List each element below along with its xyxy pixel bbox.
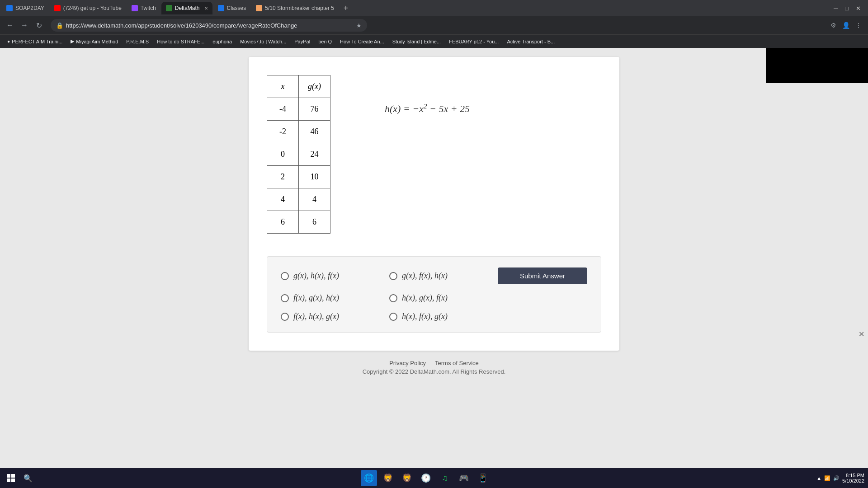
taskbar-app-app2[interactable]: 📱 [475,470,491,486]
terms-of-service-link[interactable]: Terms of Service [435,360,479,366]
taskbar-app-spotify[interactable]: ♫ [437,470,453,486]
tab-favicon-youtube [54,5,61,11]
extensions-icon[interactable]: ⚙ [827,19,839,31]
bookmark-strafe[interactable]: How to do STRAFE... [153,38,208,45]
radio-option-3[interactable] [281,294,289,302]
tab-label-twitch: Twitch [141,5,156,11]
table-cell-x-0: -4 [267,98,299,121]
radio-option-5[interactable] [281,313,289,321]
tab-label-classes: Classes [227,5,246,11]
table-cell-gx-2: 24 [299,143,330,166]
option-6[interactable]: h(x), f(x), g(x) [389,312,489,321]
bookmark-soap2day[interactable]: ● PERFECT AIM Traini... [4,38,66,45]
option-6-label: h(x), f(x), g(x) [402,312,448,321]
bookmark-label-strafe: How to do STRAFE... [157,39,204,44]
tab-deltamath[interactable]: DeltaMath ✕ [161,2,212,14]
bookmark-benq[interactable]: ben Q [315,38,335,45]
tab-label-youtube: (7249) get up - YouTube [63,5,122,11]
taskbar-time: 8:15 PM 5/10/2022 [842,473,864,483]
bookmark-label-february: FEBUARY pt.2 - You... [449,39,499,44]
tab-soap2day[interactable]: SOAP2DAY [2,2,49,14]
bookmark-february[interactable]: FEBUARY pt.2 - You... [445,38,502,45]
profile-icon[interactable]: 👤 [840,19,852,31]
toolbar: ← → ↻ 🔒 https://www.deltamath.com/app/st… [0,16,868,34]
copyright-text: Copyright © 2022 DeltaMath.com. All Righ… [363,368,506,375]
address-bar[interactable]: 🔒 https://www.deltamath.com/app/student/… [51,19,367,32]
taskbar-app-edge[interactable]: 🌐 [361,470,377,486]
taskbar-app-brave[interactable]: 🦁 [380,470,396,486]
bookmark-label-paypal: PayPal [294,39,310,44]
table-row: 2 10 [267,166,330,188]
tab-close-deltamath[interactable]: ✕ [204,6,208,11]
bookmark-label-study-island: Study Island | Edme... [392,39,441,44]
refresh-button[interactable]: ↻ [33,19,45,32]
content-area: x g(x) -4 76 -2 46 [0,48,868,488]
tab-favicon-twitch [132,5,138,11]
privacy-policy-link[interactable]: Privacy Policy [389,360,426,366]
option-3[interactable]: f(x), g(x), h(x) [281,293,380,303]
table-cell-x-3: 2 [267,166,299,188]
submit-button[interactable]: Submit Answer [498,267,587,284]
tab-label-deltamath: DeltaMath [175,5,200,11]
toolbar-icons: ⚙ 👤 ⋮ [827,19,864,31]
taskbar-app-brave2[interactable]: 🦁 [399,470,415,486]
tab-label-stormbreaker: 5/10 Stormbreaker chapter 5 [265,5,334,11]
tab-bar: SOAP2DAY (7249) get up - YouTube Twitch … [0,0,868,16]
forward-button[interactable]: → [18,19,31,32]
bookmark-label-benq: ben Q [318,39,332,44]
star-icon[interactable]: ★ [356,22,362,29]
close-window-button[interactable]: ✕ [854,4,863,13]
tab-stormbreaker[interactable]: 5/10 Stormbreaker chapter 5 [251,2,339,14]
table-row: -2 46 [267,121,330,143]
problem-area: x g(x) -4 76 -2 46 [267,75,601,247]
bookmark-paypal[interactable]: PayPal [291,38,314,45]
back-button[interactable]: ← [4,19,16,32]
bookmark-prems[interactable]: P.R.E.M.S [123,38,152,45]
radio-option-1[interactable] [281,272,289,280]
tab-favicon-soap2day [6,5,13,11]
minimize-button[interactable]: ─ [832,4,840,13]
option-4[interactable]: h(x), g(x), f(x) [389,293,489,303]
answer-section: g(x), h(x), f(x) g(x), f(x), h(x) Submit… [267,256,601,333]
lock-icon: 🔒 [56,22,63,29]
bookmark-study-island[interactable]: Study Island | Edme... [389,38,444,45]
radio-option-4[interactable] [389,294,397,302]
taskbar-wifi-icon[interactable]: 📶 [824,475,830,481]
taskbar-app-gaming[interactable]: 🎮 [456,470,472,486]
radio-option-6[interactable] [389,313,397,321]
new-tab-button[interactable]: + [340,2,352,14]
taskbar-apps: 🌐 🦁 🦁 🕐 ♫ 🎮 📱 [38,470,814,486]
taskbar: 🔍 🌐 🦁 🦁 🕐 ♫ 🎮 📱 ▲ 📶 🔊 8:15 PM 5/10/2022 [0,468,868,488]
option-1[interactable]: g(x), h(x), f(x) [281,271,380,281]
svg-rect-1 [11,474,15,478]
svg-rect-2 [7,479,10,482]
bookmark-favicon-miyagi: ▶ [71,38,74,44]
taskbar-sound-icon[interactable]: 🔊 [833,475,840,481]
tab-classes[interactable]: Classes [213,2,251,14]
table-cell-x-4: 4 [267,188,299,211]
formula-display: h(x) = −x2 − 5x + 25 [385,102,470,115]
bookmark-howto[interactable]: How To Create An... [336,38,388,45]
radio-option-2[interactable] [389,272,397,280]
taskbar-app-clock[interactable]: 🕐 [418,470,434,486]
taskbar-system-tray: ▲ 📶 🔊 [816,475,840,481]
start-button[interactable] [4,471,18,485]
bookmark-active-transport[interactable]: Active Transport - B... [503,38,558,45]
taskbar-search-button[interactable]: 🔍 [21,471,35,485]
maximize-button[interactable]: □ [843,4,850,13]
notification-close-button[interactable]: ✕ [859,330,864,338]
menu-icon[interactable]: ⋮ [853,19,864,31]
table-cell-gx-3: 10 [299,166,330,188]
bookmark-movies7[interactable]: Movies7.to | Watch... [236,38,290,45]
tab-twitch[interactable]: Twitch [127,2,160,14]
option-5[interactable]: f(x), h(x), g(x) [281,312,380,321]
option-2-label: g(x), f(x), h(x) [402,271,448,281]
table-row: 6 6 [267,211,330,234]
bookmark-euphoria[interactable]: euphoria [209,38,236,45]
bookmark-miyagi[interactable]: ▶ Miyagi Aim Method [67,38,122,45]
tab-youtube[interactable]: (7249) get up - YouTube [50,2,126,14]
option-3-label: f(x), g(x), h(x) [293,293,339,303]
taskbar-up-arrow[interactable]: ▲ [816,475,821,481]
table-cell-x-5: 6 [267,211,299,234]
option-2[interactable]: g(x), f(x), h(x) [389,271,489,281]
